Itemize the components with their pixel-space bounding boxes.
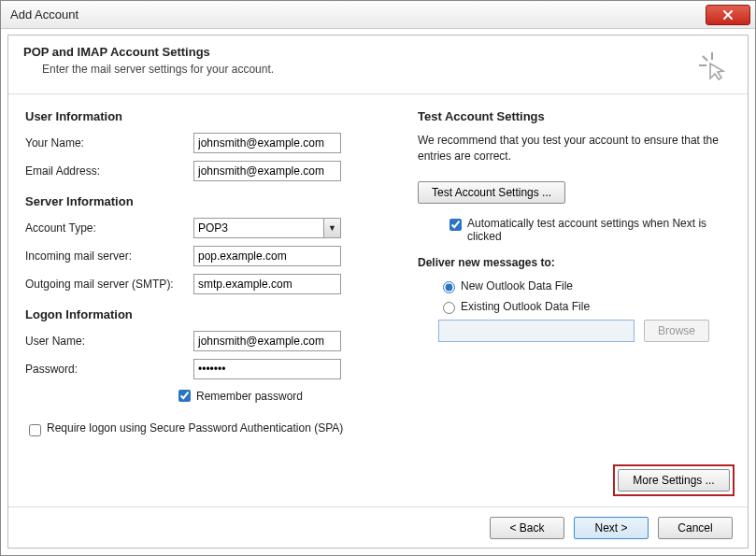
deliver-new-radio[interactable] bbox=[443, 281, 455, 293]
browse-button: Browse bbox=[644, 320, 709, 342]
dialog-footer: < Back Next > Cancel bbox=[8, 506, 748, 548]
remember-password-checkbox[interactable] bbox=[178, 390, 191, 402]
auto-test-checkbox[interactable] bbox=[449, 219, 462, 231]
server-info-title: Server Information bbox=[25, 194, 390, 208]
incoming-label: Incoming mail server: bbox=[25, 249, 193, 263]
remember-password-label: Remember password bbox=[196, 390, 303, 403]
close-button[interactable] bbox=[706, 5, 750, 25]
deliver-existing-label: Existing Outlook Data File bbox=[461, 300, 590, 313]
close-icon bbox=[722, 9, 734, 21]
username-input[interactable] bbox=[193, 331, 341, 351]
cursor-icon bbox=[697, 50, 727, 80]
email-input[interactable] bbox=[193, 161, 341, 181]
deliver-existing-radio[interactable] bbox=[443, 302, 455, 314]
deliver-new-label: New Outlook Data File bbox=[461, 279, 573, 292]
spa-label: Require logon using Secure Password Auth… bbox=[47, 421, 343, 435]
test-settings-desc: We recommend that you test your account … bbox=[418, 133, 731, 164]
outgoing-server-input[interactable] bbox=[193, 274, 341, 294]
username-label: User Name: bbox=[25, 335, 193, 348]
spa-checkbox[interactable] bbox=[29, 424, 41, 436]
incoming-server-input[interactable] bbox=[193, 246, 341, 266]
your-name-input[interactable] bbox=[193, 133, 341, 153]
add-account-dialog: Add Account POP and IMAP Account Setting… bbox=[0, 0, 756, 556]
more-settings-button[interactable]: More Settings ... bbox=[618, 469, 730, 492]
next-button[interactable]: Next > bbox=[574, 517, 649, 539]
dialog-header: POP and IMAP Account Settings Enter the … bbox=[8, 36, 748, 94]
left-column: User Information Your Name: Email Addres… bbox=[25, 109, 390, 439]
email-label: Email Address: bbox=[25, 164, 193, 178]
auto-test-label: Automatically test account settings when… bbox=[467, 217, 731, 243]
test-settings-title: Test Account Settings bbox=[418, 109, 731, 123]
window-title: Add Account bbox=[10, 7, 701, 21]
header-title: POP and IMAP Account Settings bbox=[23, 45, 274, 59]
back-button[interactable]: < Back bbox=[490, 517, 564, 539]
svg-line-2 bbox=[703, 56, 707, 61]
account-type-value[interactable] bbox=[193, 218, 341, 238]
password-input[interactable] bbox=[193, 359, 341, 379]
outgoing-label: Outgoing mail server (SMTP): bbox=[25, 278, 193, 291]
existing-file-path-input bbox=[438, 320, 635, 342]
right-column: Test Account Settings We recommend that … bbox=[390, 109, 731, 439]
logon-info-title: Logon Information bbox=[25, 307, 390, 321]
your-name-label: Your Name: bbox=[25, 136, 193, 150]
chevron-down-icon[interactable]: ▼ bbox=[323, 219, 340, 237]
titlebar: Add Account bbox=[1, 1, 755, 29]
account-type-select[interactable]: ▼ bbox=[193, 218, 341, 238]
more-settings-highlight: More Settings ... bbox=[613, 464, 735, 496]
test-account-button[interactable]: Test Account Settings ... bbox=[418, 181, 565, 204]
header-subtitle: Enter the mail server settings for your … bbox=[42, 63, 274, 76]
user-info-title: User Information bbox=[25, 109, 390, 123]
account-type-label: Account Type: bbox=[25, 221, 193, 235]
password-label: Password: bbox=[25, 363, 193, 376]
dialog-body: POP and IMAP Account Settings Enter the … bbox=[7, 35, 749, 549]
cancel-button[interactable]: Cancel bbox=[658, 517, 733, 539]
deliver-title: Deliver new messages to: bbox=[418, 256, 731, 269]
